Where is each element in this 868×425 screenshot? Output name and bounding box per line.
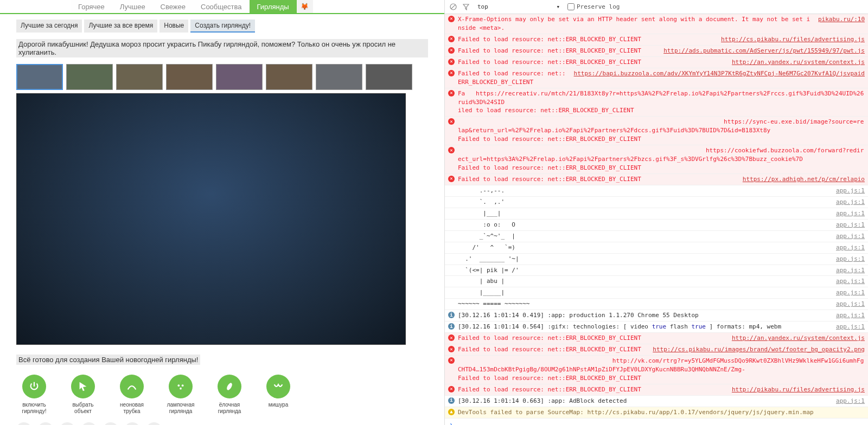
console-row: ▲DevTools failed to parse SourceMap: htt… <box>445 407 868 418</box>
error-icon: ✕ <box>448 334 455 341</box>
sub-tab-2[interactable]: Новые <box>159 20 188 33</box>
sub-tabs: Лучшие за сегодняЛучшие за все времяНовы… <box>16 20 428 33</box>
background-thumb-1[interactable] <box>66 64 113 90</box>
svg-line-5 <box>451 5 455 9</box>
log-message: _`~^~'_ | <box>458 232 829 241</box>
log-source-link[interactable]: pikabu.ru/:10 <box>812 15 865 33</box>
log-message: `(<=| pik |= /' <box>458 266 829 275</box>
svg-point-0 <box>178 384 180 387</box>
warn-icon: ▲ <box>448 409 455 415</box>
tool-neon[interactable]: неоновая трубка <box>114 375 150 415</box>
devtools-pane: top ▾ Preserve log ✕X-Frame-Options may … <box>445 0 868 425</box>
tinsel-icon <box>266 375 290 398</box>
color-swatch[interactable] <box>60 422 75 425</box>
color-swatch[interactable] <box>103 422 118 425</box>
log-source-link[interactable]: app.js:1 <box>829 311 865 320</box>
log-source-link[interactable]: app.js:1 <box>829 255 865 263</box>
log-source-link[interactable]: app.js:1 <box>829 221 865 229</box>
color-swatch[interactable] <box>125 422 140 425</box>
sub-tab-3[interactable]: Создать гирлянду! <box>190 20 255 33</box>
log-source-link[interactable]: app.js:1 <box>829 288 865 297</box>
console-row: |___|app.js:1 <box>445 208 868 220</box>
log-source-link[interactable]: http://cs.pikabu.ru/images/brand/wot/foo… <box>646 345 865 354</box>
background-thumb-7[interactable] <box>366 64 412 90</box>
log-source-link[interactable]: app.js:1 <box>829 397 865 405</box>
log-source-link[interactable]: https://bapi.buzzoola.com/adv/XKYmYyY14N… <box>567 69 865 87</box>
error-icon: ✕ <box>448 36 455 42</box>
console-row: i[30.12.16 1:01:14 0.663] :app: AdBlock … <box>445 396 868 407</box>
context-label: top <box>477 3 488 10</box>
preserve-log-input[interactable] <box>567 3 575 10</box>
neon-icon <box>120 375 144 398</box>
tool-tree[interactable]: ёлочная гирлянда <box>212 375 247 415</box>
log-source-link[interactable]: http://cs.pikabu.ru/files/advertising.js <box>714 35 865 44</box>
sub-tab-0[interactable]: Лучшие за сегодня <box>16 20 82 33</box>
power-icon <box>22 375 46 398</box>
background-thumb-5[interactable] <box>266 64 312 90</box>
tool-label: лампочная гирлянда <box>163 402 199 415</box>
color-row <box>16 422 428 425</box>
console-row: .' _______ '~|app.js:1 <box>445 254 868 265</box>
log-message: Failed to load resource: net::ERR_BLOCKE… <box>458 35 714 44</box>
log-source-link[interactable]: app.js:1 <box>829 323 865 331</box>
log-source-link[interactable]: app.js:1 <box>829 232 865 241</box>
tool-bulb[interactable]: лампочная гирлянда <box>163 375 199 415</box>
error-icon: ✕ <box>448 176 455 182</box>
console-row: /' ^ `=)app.js:1 <box>445 242 868 254</box>
console-prompt[interactable]: › <box>445 418 868 425</box>
log-source-link[interactable]: http://an.yandex.ru/system/context.js <box>725 334 865 343</box>
background-thumb-6[interactable] <box>316 64 362 90</box>
tool-tinsel[interactable]: мишура <box>260 375 296 415</box>
log-source-link[interactable]: http://pikabu.ru/files/advertising.js <box>725 385 865 394</box>
log-message: .' _______ '~| <box>458 255 829 263</box>
console-row: ✕Failed to load resource: net::ERR_BLOCK… <box>445 333 868 344</box>
tool-power[interactable]: включить гирлянду! <box>16 375 52 415</box>
background-thumb-4[interactable] <box>216 64 263 90</box>
console-row: ✕ https://sync-eu.exe.bid/image?source=r… <box>445 117 868 145</box>
tool-cursor[interactable]: выбрать объект <box>65 375 101 415</box>
color-swatch[interactable] <box>81 422 97 425</box>
console-row: ~~~~~~ ===== ~~~~~~~app.js:1 <box>445 299 868 310</box>
log-source-link[interactable]: app.js:1 <box>829 266 865 275</box>
log-source-link[interactable]: app.js:1 <box>829 209 865 218</box>
log-source-link[interactable]: app.js:1 <box>829 186 865 195</box>
error-icon: ✕ <box>448 47 455 54</box>
color-swatch[interactable] <box>38 422 53 425</box>
console-row: _`~^~'_ |app.js:1 <box>445 231 868 242</box>
sub-tab-1[interactable]: Лучшие за все время <box>84 20 157 33</box>
console-row: ✕ https://cookiefwd.buzzoola.com/forward… <box>445 145 868 174</box>
console-row: ✕Failed to load resource: net::ERR_BLOCK… <box>445 174 868 185</box>
info-icon: i <box>448 323 455 330</box>
console-row: |_____|app.js:1 <box>445 287 868 299</box>
log-source-link[interactable]: http://an.yandex.ru/system/context.js <box>725 58 865 67</box>
background-thumb-2[interactable] <box>116 64 163 90</box>
log-source-link[interactable]: app.js:1 <box>829 243 865 252</box>
nav-item-2[interactable]: Свежее <box>153 0 193 13</box>
nav-item-4[interactable]: Гирлянды <box>250 0 297 13</box>
filter-icon[interactable] <box>462 3 470 11</box>
editor-canvas[interactable] <box>16 93 406 345</box>
log-source-link[interactable]: app.js:1 <box>829 300 865 308</box>
tool-label: включить гирлянду! <box>16 402 52 415</box>
log-source-link[interactable]: app.js:1 <box>829 198 865 207</box>
preserve-log-checkbox[interactable]: Preserve log <box>567 3 620 10</box>
error-icon: ✕ <box>448 346 455 352</box>
console-output[interactable]: ✕X-Frame-Options may only be set via an … <box>445 14 868 425</box>
background-thumb-0[interactable] <box>16 64 63 90</box>
log-source-link[interactable]: https://px.adhigh.net/p/cm/relapio <box>736 175 865 184</box>
error-icon: ✕ <box>448 386 455 392</box>
clear-console-icon[interactable] <box>449 3 457 11</box>
log-source-link[interactable]: http://ads.pubmatic.com/AdServer/js/pwt/… <box>657 47 865 55</box>
console-row: ✕Failed to load resource: net::ERR_BLOCK… <box>445 68 868 88</box>
background-thumb-3[interactable] <box>166 64 213 90</box>
nav-item-3[interactable]: Сообщества <box>193 0 250 13</box>
nav-item-0[interactable]: Горячее <box>71 0 112 13</box>
nav-item-1[interactable]: Лучшее <box>112 0 153 13</box>
color-swatch[interactable] <box>16 422 31 425</box>
log-source-link[interactable]: app.js:1 <box>829 277 865 286</box>
color-swatch[interactable] <box>146 422 162 425</box>
log-message: Fa https://recreativ.ru/mtch/21/B183Xt8y… <box>458 89 865 115</box>
log-message: Failed to load resource: net::ERR_BLOCKE… <box>458 385 725 394</box>
console-row: i[30.12.16 1:01:14 0.419] :app: producti… <box>445 310 868 321</box>
context-dropdown[interactable]: top ▾ <box>475 3 562 11</box>
